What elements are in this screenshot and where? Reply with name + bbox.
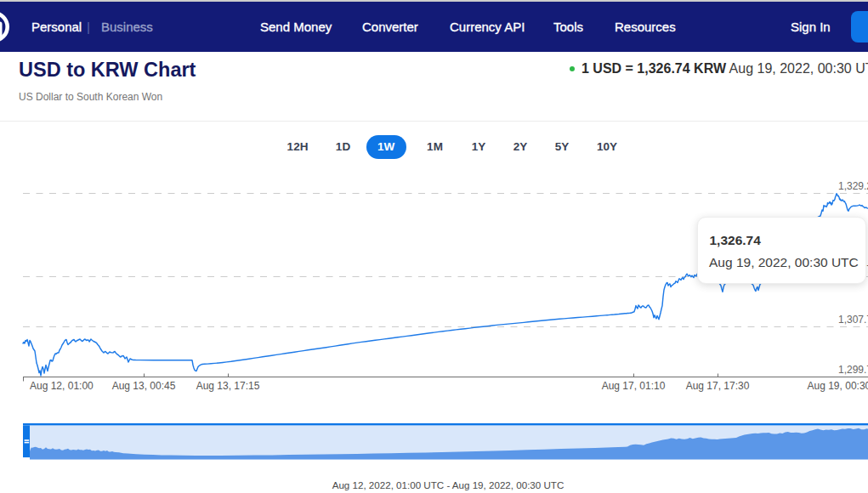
svg-text:Aug 13, 00:45: Aug 13, 00:45 (112, 380, 176, 392)
svg-text:1,329.26: 1,329.26 (838, 180, 868, 192)
svg-text:1,299.75: 1,299.75 (838, 364, 868, 376)
svg-text:Aug 12, 2022, 01:00 UTC - Aug: Aug 12, 2022, 01:00 UTC - Aug 19, 2022, … (332, 479, 564, 490)
svg-text:Aug 12, 01:00: Aug 12, 01:00 (30, 380, 94, 392)
svg-text:1,307.75: 1,307.75 (838, 314, 868, 326)
svg-text:Aug 19, 00:30: Aug 19, 00:30 (808, 380, 868, 392)
svg-text:Aug 17, 17:30: Aug 17, 17:30 (686, 380, 750, 392)
svg-text:Aug 13, 17:15: Aug 13, 17:15 (196, 380, 260, 392)
svg-text:Aug 17, 01:10: Aug 17, 01:10 (602, 380, 666, 392)
